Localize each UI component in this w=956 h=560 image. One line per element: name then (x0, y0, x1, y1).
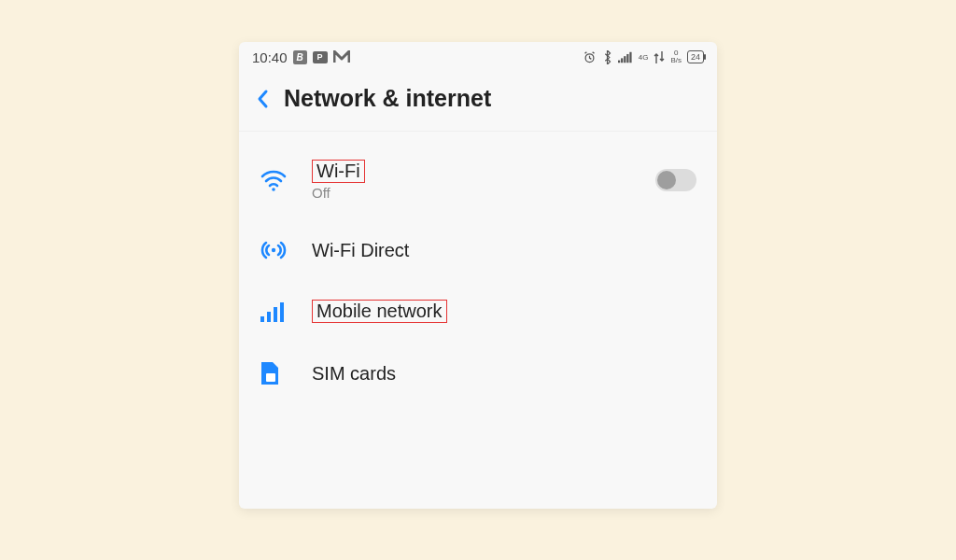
mobile-network-icon (260, 301, 312, 323)
page-title: Network & internet (284, 85, 491, 112)
svg-point-6 (272, 188, 275, 191)
alarm-icon (583, 50, 597, 64)
mobile-network-texts: Mobile network (312, 300, 447, 323)
sim-cards-label: SIM cards (312, 363, 396, 385)
mobile-network-item[interactable]: Mobile network (239, 281, 717, 342)
svg-point-7 (272, 248, 275, 252)
header: Network & internet (239, 72, 717, 132)
mobile-network-label: Mobile network (312, 300, 447, 323)
sim-cards-texts: SIM cards (312, 363, 396, 385)
status-left: 10:40 B P (252, 49, 350, 65)
wifi-icon (260, 169, 312, 191)
battery-text: 24 (691, 52, 700, 62)
data-type-label: 4G (639, 53, 649, 62)
wifi-sub: Off (312, 185, 365, 201)
notification-b-icon: B (293, 50, 307, 64)
wifi-texts: Wi-Fi Off (312, 160, 365, 201)
net-speed: 0 B/s (670, 49, 682, 64)
svg-rect-10 (274, 307, 277, 322)
svg-rect-5 (629, 51, 631, 62)
wifi-direct-icon (260, 238, 312, 262)
svg-rect-9 (267, 312, 271, 322)
svg-rect-11 (280, 302, 284, 322)
svg-rect-1 (618, 60, 620, 63)
battery-icon: 24 (687, 50, 704, 63)
svg-rect-8 (260, 316, 264, 322)
phone-screen: 10:40 B P 4G 0 B/s (239, 42, 717, 509)
wifi-direct-item[interactable]: Wi-Fi Direct (239, 219, 717, 281)
status-bar: 10:40 B P 4G 0 B/s (239, 42, 717, 72)
settings-list: Wi-Fi Off Wi-Fi Direct Mobile network (239, 132, 717, 405)
wifi-toggle[interactable] (655, 169, 696, 191)
wifi-direct-texts: Wi-Fi Direct (312, 240, 409, 261)
sim-card-icon (260, 360, 312, 386)
status-right: 4G 0 B/s 24 (583, 49, 704, 64)
back-button[interactable] (256, 88, 271, 110)
signal-arrows-icon (654, 51, 665, 63)
wifi-direct-label: Wi-Fi Direct (312, 240, 409, 261)
svg-rect-4 (626, 53, 628, 62)
svg-rect-3 (624, 56, 626, 63)
notification-p-icon: P (313, 51, 328, 63)
status-time: 10:40 (252, 49, 288, 65)
svg-rect-2 (621, 58, 623, 63)
wifi-label: Wi-Fi (312, 160, 365, 183)
notification-m-icon (333, 50, 350, 63)
wifi-item[interactable]: Wi-Fi Off (239, 141, 717, 219)
signal-bars-icon (618, 51, 632, 63)
bluetooth-icon (602, 50, 612, 64)
sim-cards-item[interactable]: SIM cards (239, 342, 717, 405)
svg-rect-12 (266, 373, 275, 382)
net-speed-unit: B/s (670, 57, 682, 64)
